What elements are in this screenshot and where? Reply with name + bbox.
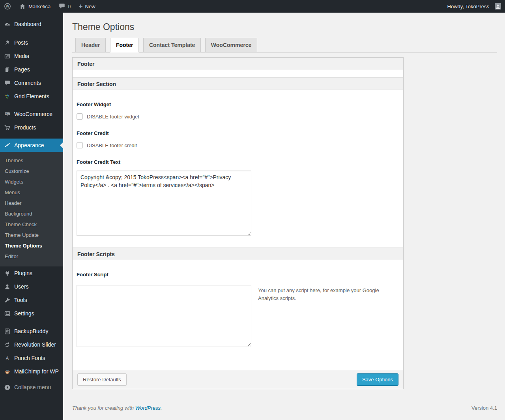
sidebar-item-users[interactable]: Users xyxy=(0,280,63,293)
footer-credit-text-field: Footer Credit Text Copyright &copy; 2015… xyxy=(77,159,399,237)
admin-sidebar: Dashboard Posts Media Pages Comment xyxy=(0,13,63,420)
save-options-button[interactable]: Save Options xyxy=(357,373,398,386)
panel-header: Footer xyxy=(73,58,403,70)
cart-icon xyxy=(3,124,11,131)
sidebar-item-label: Appearance xyxy=(14,142,44,148)
new-content-link[interactable]: + New xyxy=(75,0,99,13)
user-icon xyxy=(3,283,11,291)
footer-script-field: Footer Script You can put any script her… xyxy=(77,272,399,347)
sidebar-item-settings[interactable]: Settings xyxy=(0,307,63,320)
dashboard-icon xyxy=(3,20,11,28)
submenu-item-theme-options[interactable]: Theme Options xyxy=(0,240,63,251)
submenu-item-header[interactable]: Header xyxy=(0,198,63,208)
sidebar-item-label: Users xyxy=(14,283,29,290)
sidebar-item-label: Plugins xyxy=(14,270,32,276)
sidebar-item-label: Settings xyxy=(14,310,34,317)
sidebar-item-woocommerce[interactable]: Woo WooCommerce xyxy=(0,107,63,121)
disable-footer-widget-label[interactable]: DISABLE footer widget xyxy=(87,114,139,120)
submenu-item-customize[interactable]: Customize xyxy=(0,166,63,176)
my-account-menu[interactable]: Howdy, TokoPress xyxy=(443,0,505,13)
howdy-text: Howdy, TokoPress xyxy=(447,4,489,9)
sidebar-item-grid-elements[interactable]: Grid Elements xyxy=(0,90,63,103)
svg-text:A: A xyxy=(6,356,9,360)
sidebar-item-label: Media xyxy=(14,53,29,59)
sidebar-item-comments[interactable]: Comments xyxy=(0,76,63,90)
sidebar-item-posts[interactable]: Posts xyxy=(0,36,63,49)
comment-bubble-icon xyxy=(58,3,65,10)
sidebar-item-label: BackupBuddy xyxy=(14,328,48,334)
backup-icon xyxy=(3,327,11,335)
wp-logo-menu[interactable]: W xyxy=(0,0,15,13)
sidebar-item-plugins[interactable]: Plugins xyxy=(0,266,63,280)
sidebar-item-dashboard[interactable]: Dashboard xyxy=(0,17,63,31)
submenu-item-editor[interactable]: Editor xyxy=(0,251,63,262)
tab-footer[interactable]: Footer xyxy=(110,38,139,52)
collapse-arrow-icon xyxy=(3,383,11,391)
submenu-item-theme-check[interactable]: Theme Check xyxy=(0,219,63,230)
plus-icon: + xyxy=(79,3,83,9)
site-name-link[interactable]: Marketica xyxy=(15,0,54,13)
comments-link[interactable]: 0 xyxy=(54,0,75,13)
page-footer: Thank you for creating with WordPress. V… xyxy=(72,405,497,416)
pages-icon xyxy=(3,66,11,73)
sidebar-item-pages[interactable]: Pages xyxy=(0,63,63,76)
sidebar-item-punch-fonts[interactable]: A Punch Fonts xyxy=(0,351,63,365)
nav-tabs: Header Footer Contact Template WooCommer… xyxy=(72,38,497,52)
submenu-item-menus[interactable]: Menus xyxy=(0,187,63,198)
home-icon xyxy=(19,3,26,10)
footer-section-body: Footer Widget DISABLE footer widget Foot… xyxy=(73,90,403,248)
sidebar-item-revolution-slider[interactable]: Revolution Slider xyxy=(0,338,63,351)
disable-footer-widget-checkbox[interactable] xyxy=(77,113,83,120)
sidebar-item-mailchimp[interactable]: MailChimp for WP xyxy=(0,365,63,378)
thanks-suffix: . xyxy=(161,405,162,411)
sidebar-item-label: Grid Elements xyxy=(14,93,49,99)
monkey-icon xyxy=(3,368,11,375)
refresh-icon xyxy=(3,341,11,349)
sidebar-item-appearance[interactable]: Appearance xyxy=(0,139,63,152)
sidebar-item-label: Dashboard xyxy=(14,21,41,27)
sidebar-item-label: Tools xyxy=(14,297,27,303)
disable-footer-credit-checkbox[interactable] xyxy=(77,142,83,148)
sidebar-item-label: MailChimp for WP xyxy=(14,368,59,375)
submenu-item-widgets[interactable]: Widgets xyxy=(0,176,63,187)
submenu-item-background[interactable]: Background xyxy=(0,208,63,219)
footer-script-help-text: You can put any script here, for example… xyxy=(258,287,380,302)
admin-bar: W Marketica 0 + New Howdy, TokoPress xyxy=(0,0,505,13)
sidebar-item-tools[interactable]: Tools xyxy=(0,293,63,307)
avatar xyxy=(495,3,501,9)
footer-credit-label: Footer Credit xyxy=(77,130,399,136)
sidebar-item-media[interactable]: Media xyxy=(0,49,63,63)
footer-widget-field: Footer Widget DISABLE footer widget xyxy=(77,101,399,120)
restore-defaults-button[interactable]: Restore Defaults xyxy=(77,373,127,386)
collapse-menu-button[interactable]: Collapse menu xyxy=(0,381,63,394)
panel-action-bar: Restore Defaults Save Options xyxy=(73,370,403,389)
svg-text:Woo: Woo xyxy=(5,113,9,115)
footer-credit-text-textarea[interactable]: Copyright &copy; 2015 TokoPress<span><a … xyxy=(77,171,251,236)
tab-header[interactable]: Header xyxy=(75,38,106,52)
appearance-submenu: Themes Customize Widgets Menus Header Ba… xyxy=(0,152,63,266)
theme-options-panel: Footer Footer Section Footer Widget DISA… xyxy=(72,57,404,389)
footer-credit-text-label: Footer Credit Text xyxy=(77,159,399,165)
submenu-item-theme-update[interactable]: Theme Update xyxy=(0,230,63,240)
sidebar-item-products[interactable]: Products xyxy=(0,121,63,134)
woocommerce-icon: Woo xyxy=(3,110,11,118)
footer-script-textarea[interactable] xyxy=(77,285,251,347)
tab-woocommerce[interactable]: WooCommerce xyxy=(205,38,257,52)
sidebar-item-label: Products xyxy=(14,124,36,131)
submenu-item-themes[interactable]: Themes xyxy=(0,155,63,166)
footer-scripts-header: Footer Scripts xyxy=(73,248,403,260)
page-title: Theme Options xyxy=(72,13,497,34)
main-content: Theme Options Header Footer Contact Temp… xyxy=(63,13,505,420)
sidebar-item-label: Pages xyxy=(14,66,30,73)
footer-scripts-body: Footer Script You can put any script her… xyxy=(73,260,403,370)
sidebar-item-label: Comments xyxy=(14,80,41,86)
tab-contact-template[interactable]: Contact Template xyxy=(143,38,201,52)
disable-footer-credit-label[interactable]: DISABLE footer credit xyxy=(87,142,137,148)
plug-icon xyxy=(3,269,11,277)
svg-text:W: W xyxy=(6,4,9,8)
sidebar-item-backupbuddy[interactable]: BackupBuddy xyxy=(0,324,63,338)
version-text: Version 4.1 xyxy=(471,405,497,411)
thanks-prefix: Thank you for creating with xyxy=(72,405,135,411)
wordpress-logo-icon: W xyxy=(4,3,11,10)
wordpress-link[interactable]: WordPress xyxy=(135,405,161,411)
